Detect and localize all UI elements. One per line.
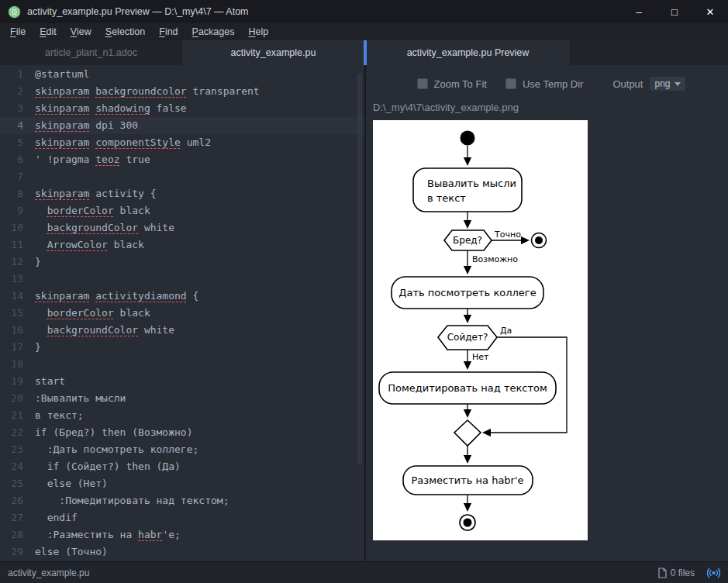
line-number: 20 <box>0 390 23 407</box>
line-number: 19 <box>0 373 23 390</box>
minimize-button[interactable]: – <box>621 0 657 23</box>
line-number: 3 <box>0 100 23 117</box>
menu-view[interactable]: View <box>64 23 98 40</box>
code-text: else (Точно) <box>23 543 108 561</box>
code-text: borderColor black <box>23 202 150 219</box>
zoom-to-fit-control[interactable]: Zoom To Fit <box>417 78 487 90</box>
code-line[interactable]: 21в текст; <box>0 407 364 424</box>
use-temp-dir-checkbox[interactable] <box>505 78 516 89</box>
line-number: 9 <box>0 202 23 219</box>
line-number: 28 <box>0 526 23 543</box>
code-line[interactable]: 14skinparam activitydiamond { <box>0 288 364 305</box>
tab-activity-example[interactable]: activity_example.pu <box>182 40 364 65</box>
output-format-value: png <box>654 78 670 89</box>
code-line[interactable]: 10 backgroundColor white <box>0 219 364 236</box>
line-number: 24 <box>0 458 23 475</box>
code-line[interactable]: 6' !pragma teoz true <box>0 151 364 168</box>
svg-text:Вывалить мысли: Вывалить мысли <box>427 178 516 189</box>
code-line[interactable]: 19start <box>0 373 364 390</box>
menu-packages[interactable]: Packages <box>185 23 242 40</box>
line-number: 25 <box>0 475 23 492</box>
code-line[interactable]: 26 :Помедитировать над текстом; <box>0 492 364 509</box>
editor[interactable]: 1@startuml2skinparam backgroundcolor tra… <box>0 65 364 561</box>
main-area: article_plant_n1.adoc activity_example.p… <box>0 40 728 561</box>
menu-help[interactable]: Help <box>241 23 275 40</box>
code-line[interactable]: 1@startuml <box>0 66 364 83</box>
code-text: skinparam activitydiamond { <box>23 288 198 305</box>
line-number: 15 <box>0 305 23 322</box>
preview-controls: Zoom To Fit Use Temp Dir Output png <box>366 76 728 91</box>
code-line[interactable]: 17} <box>0 339 364 356</box>
line-number: 26 <box>0 492 23 509</box>
code-line[interactable]: 20:Вывалить мысли <box>0 390 364 407</box>
svg-text:Разместить на habr'е: Разместить на habr'е <box>411 474 523 486</box>
menu-selection[interactable]: Selection <box>98 23 152 40</box>
code-line[interactable]: 9 borderColor black <box>0 202 364 219</box>
code-line[interactable]: 27 endif <box>0 509 364 526</box>
status-bar: activity_example.pu 0 files <box>0 561 728 583</box>
code-line[interactable]: 16 backgroundColor white <box>0 322 364 339</box>
menu-edit[interactable]: Edit <box>33 23 64 40</box>
menu-file[interactable]: File <box>3 23 33 40</box>
code-line[interactable]: 12} <box>0 254 364 271</box>
tab-article-plant[interactable]: article_plant_n1.adoc <box>0 40 182 65</box>
teletype-icon[interactable] <box>707 567 720 579</box>
maximize-button[interactable]: □ <box>657 0 692 23</box>
close-button[interactable]: ✕ <box>692 0 728 23</box>
line-number: 6 <box>0 151 23 168</box>
tab-preview[interactable]: activity_example.pu Preview <box>366 40 570 65</box>
zoom-to-fit-checkbox[interactable] <box>417 78 428 89</box>
code-text: :Дать посмотреть коллеге; <box>23 441 198 458</box>
line-number: 22 <box>0 424 23 441</box>
output-file-path: D:\_my\4\7\activity_example.png <box>373 102 728 113</box>
editor-scrollbar[interactable] <box>357 73 362 464</box>
code-line[interactable]: 25 else (Нет) <box>0 475 364 492</box>
code-line[interactable]: 13 <box>0 271 364 288</box>
code-text: skinparam shadowing false <box>23 100 187 117</box>
output-control: Output png <box>612 76 686 91</box>
code-line[interactable]: 22if (Бред?) then (Возможно) <box>0 424 364 441</box>
code-line[interactable]: 18 <box>0 356 364 373</box>
code-line[interactable]: 11 ArrowColor black <box>0 236 364 254</box>
code-text: backgroundColor white <box>23 219 174 236</box>
use-temp-dir-control[interactable]: Use Temp Dir <box>505 78 584 90</box>
code-text <box>23 271 35 288</box>
atom-logo-icon <box>8 5 21 19</box>
editor-lines: 1@startuml2skinparam backgroundcolor tra… <box>0 66 364 561</box>
code-line[interactable]: 28 :Разместить на habr'е; <box>0 526 364 543</box>
code-line[interactable]: 4skinparam dpi 300 <box>0 117 364 134</box>
svg-text:Помедитировать над текстом: Помедитировать над текстом <box>388 382 547 394</box>
code-line[interactable]: 23 :Дать посмотреть коллеге; <box>0 441 364 458</box>
code-text: start <box>23 373 65 390</box>
code-text <box>23 168 35 185</box>
line-number: 16 <box>0 322 23 339</box>
output-label: Output <box>612 78 643 90</box>
editor-pane: article_plant_n1.adoc activity_example.p… <box>0 40 364 561</box>
activity-diagram: Вывалить мысли в текст Бред? Точно Возмо… <box>373 120 588 540</box>
code-text: if (Бред?) then (Возможно) <box>23 424 193 441</box>
svg-text:Нет: Нет <box>472 352 489 362</box>
window-title: activity_example.pu Preview — D:\_my\4\7… <box>27 6 249 17</box>
code-text: skinparam activity { <box>23 185 157 202</box>
title-bar: activity_example.pu Preview — D:\_my\4\7… <box>0 0 728 23</box>
code-line[interactable]: 5skinparam componentStyle uml2 <box>0 134 364 151</box>
line-number: 29 <box>0 543 23 561</box>
output-format-dropdown[interactable]: png <box>649 76 686 91</box>
code-line[interactable]: 3skinparam shadowing false <box>0 100 364 117</box>
svg-text:в текст: в текст <box>427 192 466 204</box>
code-text: :Разместить на habr'е; <box>23 526 181 543</box>
svg-text:Возможно: Возможно <box>472 254 518 264</box>
line-number: 5 <box>0 134 23 151</box>
menu-find[interactable]: Find <box>152 23 185 40</box>
git-files-status[interactable]: 0 files <box>658 567 695 578</box>
code-line[interactable]: 8skinparam activity { <box>0 185 364 202</box>
line-number: 2 <box>0 83 23 100</box>
code-line[interactable]: 29else (Точно) <box>0 543 364 561</box>
code-line[interactable]: 2skinparam backgroundcolor transparent <box>0 83 364 100</box>
code-line[interactable]: 24 if (Сойдет?) then (Да) <box>0 458 364 475</box>
line-number: 13 <box>0 271 23 288</box>
code-line[interactable]: 15 borderColor black <box>0 305 364 322</box>
file-icon <box>658 567 667 578</box>
line-number: 23 <box>0 441 23 458</box>
code-line[interactable]: 7 <box>0 168 364 185</box>
